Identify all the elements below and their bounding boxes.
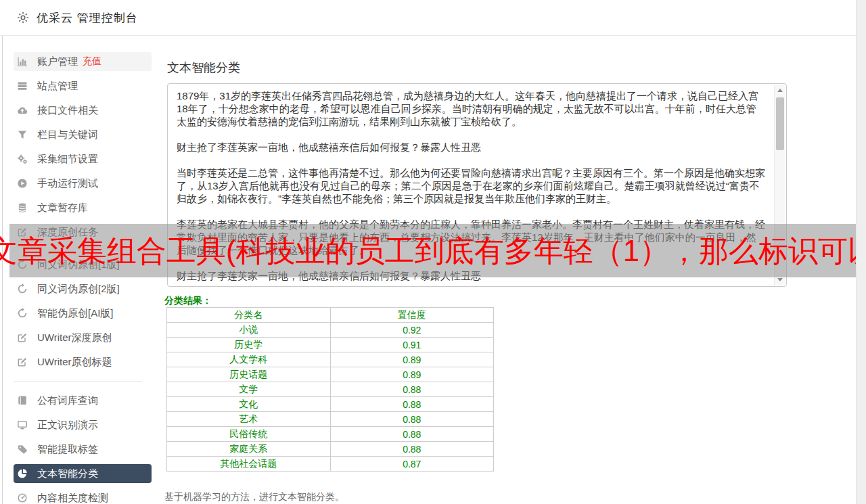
sidebar-item-label: 采集细节设置 <box>37 153 98 166</box>
table-row: 其他社会话题0.87 <box>167 457 494 472</box>
textarea-paragraph: 当时李莲英还是二总管，这件事他再清楚不过。那么他为何还要冒险向慈禧请求出宫呢？主… <box>177 166 766 205</box>
sidebar-item-label: 内容相关度检测 <box>37 492 108 504</box>
gear-icon <box>16 11 30 24</box>
table-header-cell: 分类名 <box>167 308 331 323</box>
sidebar-item-uwriter-deep[interactable]: UWriter深度原创 <box>14 328 152 347</box>
pie-chart-icon <box>17 468 28 479</box>
confidence-cell: 0.92 <box>330 323 494 338</box>
sidebar-item-article-store[interactable]: 文章暂存库 <box>14 198 152 217</box>
sidebar-item-label: 正文识别演示 <box>37 419 98 432</box>
page-title: 文本智能分类 <box>167 60 240 76</box>
table-row: 历史学0.91 <box>167 338 494 352</box>
table-row: 民俗传统0.88 <box>167 427 494 442</box>
app-window: 优采云 管理控制台 账户管理充值站点管理接口文件相关栏目与关键词采集细节设置手动… <box>0 0 866 504</box>
confidence-cell: 0.89 <box>330 352 494 367</box>
app-header: 优采云 管理控制台 <box>0 0 866 36</box>
sidebar-item-columns-keywords[interactable]: 栏目与关键词 <box>14 125 152 144</box>
play-circle-icon <box>17 178 28 189</box>
edit-icon <box>17 357 28 367</box>
table-row: 历史话题0.89 <box>167 367 494 382</box>
book-icon <box>17 395 28 406</box>
overlay-banner-text: 文章采集组合工具(科技业的员工到底有多年轻（1），那么标识可以是 <box>0 231 866 271</box>
sidebar-item-label: 公有词库查询 <box>37 394 98 407</box>
sidebar-item-api-files[interactable]: 接口文件相关 <box>14 101 152 120</box>
overlay-banner: 文章采集组合工具(科技业的员工到底有多年轻（1），那么标识可以是 <box>9 224 856 277</box>
category-cell: 文化 <box>167 397 331 412</box>
edit-icon <box>17 332 28 343</box>
confidence-cell: 0.88 <box>330 397 494 412</box>
category-cell: 历史话题 <box>167 367 331 382</box>
table-row: 文化0.88 <box>167 397 494 412</box>
sidebar-item-label: 站点管理 <box>37 80 78 93</box>
sidebar-item-label: 智能提取标签 <box>37 443 98 456</box>
sidebar-item-label: 同义词伪原创[2版] <box>37 283 120 296</box>
confidence-cell: 0.91 <box>330 338 494 352</box>
category-cell: 其他社会话题 <box>167 457 331 472</box>
table-header-row: 分类名置信度 <box>167 308 494 323</box>
confidence-cell: 0.89 <box>330 367 494 382</box>
category-cell: 艺术 <box>167 412 331 427</box>
table-row: 文学0.88 <box>167 382 494 397</box>
server-rows-icon <box>17 81 28 91</box>
triangle-down-icon <box>777 278 783 281</box>
confidence-cell: 0.88 <box>330 442 494 457</box>
category-cell: 民俗传统 <box>167 427 331 442</box>
sidebar-item-label: 智能伪原创[AI版] <box>37 307 114 320</box>
page-scrollbar[interactable] <box>856 0 866 504</box>
triangle-up-icon <box>777 89 783 92</box>
cloud-upload-icon <box>17 105 28 116</box>
category-cell: 人文学科 <box>167 352 331 367</box>
confidence-cell: 0.87 <box>330 457 494 472</box>
sidebar-item-content-recognize[interactable]: 正文识别演示 <box>14 415 152 434</box>
refresh-icon <box>17 283 28 294</box>
sidebar-item-label: 接口文件相关 <box>37 104 98 117</box>
confidence-cell: 0.88 <box>330 382 494 397</box>
tag-icon <box>17 444 28 455</box>
app-title: 优采云 管理控制台 <box>37 10 138 26</box>
table-row: 人文学科0.89 <box>167 352 494 367</box>
textarea-paragraph: 财主抢了李莲英家一亩地，他成慈禧亲信后如何报复？暴露人性丑恶 <box>177 141 766 154</box>
category-cell: 文学 <box>167 382 331 397</box>
confidence-cell: 0.88 <box>330 427 494 442</box>
sidebar-item-label: 栏目与关键词 <box>37 129 98 141</box>
sidebar-item-sites[interactable]: 站点管理 <box>14 76 152 95</box>
sidebar-item-public-dict[interactable]: 公有词库查询 <box>14 391 152 410</box>
scroll-up-button[interactable] <box>775 85 785 96</box>
monitor-icon <box>17 419 28 430</box>
sidebar-item-label: UWriter深度原创 <box>37 331 112 344</box>
sidebar-item-label: 账户管理 <box>37 55 78 68</box>
sidebar-divider <box>14 381 142 382</box>
result-label: 分类结果： <box>164 295 212 307</box>
sidebar-item-account[interactable]: 账户管理充值 <box>14 52 152 71</box>
table-row: 艺术0.88 <box>167 412 494 427</box>
sidebar-item-label: 文本智能分类 <box>37 467 98 480</box>
table-row: 家庭关系0.88 <box>167 442 494 457</box>
footnote-text: 基于机器学习的方法，进行文本智能分类。 <box>164 491 344 503</box>
gears-icon <box>17 154 28 164</box>
sidebar-item-synonym-rewrite-2[interactable]: 同义词伪原创[2版] <box>14 279 152 298</box>
sidebar-item-uwriter-title[interactable]: UWriter原创标题 <box>14 352 152 371</box>
sidebar-item-label: 手动运行测试 <box>37 177 98 190</box>
filter-icon <box>17 129 28 140</box>
sidebar-item-manual-run[interactable]: 手动运行测试 <box>14 174 152 193</box>
table-row: 小说0.92 <box>167 323 494 338</box>
recharge-badge[interactable]: 充值 <box>83 55 101 68</box>
sidebar-item-smart-tags[interactable]: 智能提取标签 <box>14 440 152 459</box>
sidebar-item-ai-rewrite[interactable]: 智能伪原创[AI版] <box>14 304 152 323</box>
table-header-cell: 置信度 <box>330 308 494 323</box>
gauge-icon <box>17 492 28 503</box>
refresh-icon <box>17 308 28 319</box>
sidebar-item-text-classify[interactable]: 文本智能分类 <box>14 464 152 483</box>
textarea-paragraph: 1879年，31岁的李莲英出任储秀宫四品花翎总管，成为慈禧身边的大红人。这年春天… <box>177 89 766 128</box>
sidebar-item-collect-settings[interactable]: 采集细节设置 <box>14 150 152 168</box>
sidebar-item-content-relevance[interactable]: 内容相关度检测 <box>14 488 152 504</box>
category-cell: 小说 <box>167 323 331 338</box>
sidebar-item-label: 文章暂存库 <box>37 202 88 214</box>
sidebar-item-label: UWriter原创标题 <box>37 356 112 369</box>
classification-table: 分类名置信度 小说0.92历史学0.91人文学科0.89历史话题0.89文学0.… <box>166 307 494 472</box>
category-cell: 家庭关系 <box>167 442 331 457</box>
confidence-cell: 0.88 <box>330 412 494 427</box>
bar-chart-icon <box>17 56 28 67</box>
scrollbar-thumb[interactable] <box>776 97 784 150</box>
database-icon <box>17 202 28 213</box>
